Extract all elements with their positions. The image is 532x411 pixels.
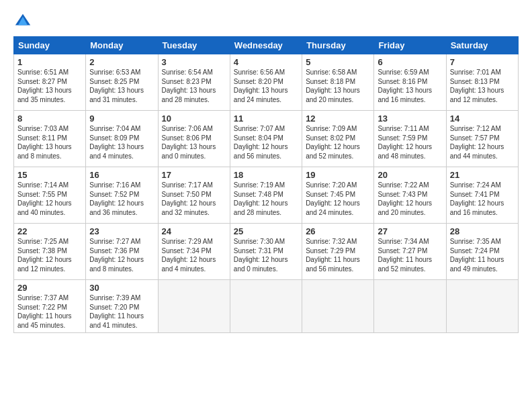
col-saturday: Saturday xyxy=(446,37,518,54)
calendar-cell: 3Sunrise: 6:54 AMSunset: 8:23 PMDaylight… xyxy=(158,54,230,111)
calendar-row: 29Sunrise: 7:37 AMSunset: 7:22 PMDayligh… xyxy=(14,280,519,333)
day-info: Sunrise: 6:54 AMSunset: 8:23 PMDaylight:… xyxy=(162,68,216,103)
calendar-cell xyxy=(158,280,230,333)
day-number: 28 xyxy=(450,226,515,236)
col-thursday: Thursday xyxy=(302,37,374,54)
calendar-cell: 7Sunrise: 7:01 AMSunset: 8:13 PMDaylight… xyxy=(446,54,518,111)
day-info: Sunrise: 6:56 AMSunset: 8:20 PMDaylight:… xyxy=(234,68,288,103)
day-number: 25 xyxy=(234,226,298,236)
day-info: Sunrise: 7:16 AMSunset: 7:52 PMDaylight:… xyxy=(89,181,144,216)
day-info: Sunrise: 6:51 AMSunset: 8:27 PMDaylight:… xyxy=(17,68,72,103)
day-info: Sunrise: 7:29 AMSunset: 7:34 PMDaylight:… xyxy=(162,238,216,273)
day-number: 21 xyxy=(450,170,515,180)
calendar-cell: 11Sunrise: 7:07 AMSunset: 8:04 PMDayligh… xyxy=(230,111,302,167)
col-monday: Monday xyxy=(86,37,158,54)
calendar: Sunday Monday Tuesday Wednesday Thursday… xyxy=(13,36,519,333)
day-number: 26 xyxy=(306,226,370,236)
day-info: Sunrise: 7:17 AMSunset: 7:50 PMDaylight:… xyxy=(162,181,216,216)
calendar-cell: 19Sunrise: 7:20 AMSunset: 7:45 PMDayligh… xyxy=(302,167,374,224)
col-friday: Friday xyxy=(374,37,446,54)
day-info: Sunrise: 6:58 AMSunset: 8:18 PMDaylight:… xyxy=(306,68,360,103)
calendar-cell: 5Sunrise: 6:58 AMSunset: 8:18 PMDaylight… xyxy=(302,54,374,111)
calendar-cell: 29Sunrise: 7:37 AMSunset: 7:22 PMDayligh… xyxy=(14,280,86,333)
day-info: Sunrise: 7:07 AMSunset: 8:04 PMDaylight:… xyxy=(234,125,288,160)
calendar-cell: 23Sunrise: 7:27 AMSunset: 7:36 PMDayligh… xyxy=(86,224,158,280)
col-tuesday: Tuesday xyxy=(158,37,230,54)
day-number: 23 xyxy=(89,226,154,236)
day-number: 17 xyxy=(162,170,226,180)
day-info: Sunrise: 7:01 AMSunset: 8:13 PMDaylight:… xyxy=(450,68,504,103)
header xyxy=(13,12,519,31)
calendar-cell: 6Sunrise: 6:59 AMSunset: 8:16 PMDaylight… xyxy=(374,54,446,111)
calendar-cell: 27Sunrise: 7:34 AMSunset: 7:27 PMDayligh… xyxy=(374,224,446,280)
day-info: Sunrise: 7:30 AMSunset: 7:31 PMDaylight:… xyxy=(234,238,288,273)
day-info: Sunrise: 7:12 AMSunset: 7:57 PMDaylight:… xyxy=(450,125,504,160)
calendar-cell: 21Sunrise: 7:24 AMSunset: 7:41 PMDayligh… xyxy=(446,167,518,224)
calendar-cell: 18Sunrise: 7:19 AMSunset: 7:48 PMDayligh… xyxy=(230,167,302,224)
day-number: 14 xyxy=(450,113,515,124)
day-number: 20 xyxy=(378,170,442,180)
day-number: 6 xyxy=(378,57,442,67)
day-number: 30 xyxy=(89,283,154,293)
logo xyxy=(13,12,35,31)
day-info: Sunrise: 7:22 AMSunset: 7:43 PMDaylight:… xyxy=(378,181,432,216)
calendar-cell xyxy=(374,280,446,333)
calendar-cell: 26Sunrise: 7:32 AMSunset: 7:29 PMDayligh… xyxy=(302,224,374,280)
day-number: 7 xyxy=(450,57,515,67)
calendar-cell: 16Sunrise: 7:16 AMSunset: 7:52 PMDayligh… xyxy=(86,167,158,224)
calendar-cell: 4Sunrise: 6:56 AMSunset: 8:20 PMDaylight… xyxy=(230,54,302,111)
calendar-row: 22Sunrise: 7:25 AMSunset: 7:38 PMDayligh… xyxy=(14,224,519,280)
calendar-cell: 20Sunrise: 7:22 AMSunset: 7:43 PMDayligh… xyxy=(374,167,446,224)
day-info: Sunrise: 7:11 AMSunset: 7:59 PMDaylight:… xyxy=(378,125,432,160)
calendar-cell: 14Sunrise: 7:12 AMSunset: 7:57 PMDayligh… xyxy=(446,111,518,167)
day-info: Sunrise: 7:03 AMSunset: 8:11 PMDaylight:… xyxy=(17,125,72,160)
col-sunday: Sunday xyxy=(14,37,86,54)
calendar-cell: 10Sunrise: 7:06 AMSunset: 8:06 PMDayligh… xyxy=(158,111,230,167)
day-number: 27 xyxy=(378,226,442,236)
calendar-header-row: Sunday Monday Tuesday Wednesday Thursday… xyxy=(14,37,519,54)
day-info: Sunrise: 7:09 AMSunset: 8:02 PMDaylight:… xyxy=(306,125,360,160)
calendar-cell: 22Sunrise: 7:25 AMSunset: 7:38 PMDayligh… xyxy=(14,224,86,280)
day-info: Sunrise: 7:32 AMSunset: 7:29 PMDaylight:… xyxy=(306,238,360,273)
day-number: 29 xyxy=(17,283,82,293)
day-number: 24 xyxy=(162,226,226,236)
day-info: Sunrise: 7:19 AMSunset: 7:48 PMDaylight:… xyxy=(234,181,288,216)
day-number: 18 xyxy=(234,170,298,180)
calendar-row: 15Sunrise: 7:14 AMSunset: 7:55 PMDayligh… xyxy=(14,167,519,224)
calendar-cell: 24Sunrise: 7:29 AMSunset: 7:34 PMDayligh… xyxy=(158,224,230,280)
day-info: Sunrise: 7:34 AMSunset: 7:27 PMDaylight:… xyxy=(378,238,432,273)
day-info: Sunrise: 7:39 AMSunset: 7:20 PMDaylight:… xyxy=(89,294,144,329)
col-wednesday: Wednesday xyxy=(230,37,302,54)
calendar-cell: 8Sunrise: 7:03 AMSunset: 8:11 PMDaylight… xyxy=(14,111,86,167)
day-number: 4 xyxy=(234,57,298,67)
calendar-cell: 30Sunrise: 7:39 AMSunset: 7:20 PMDayligh… xyxy=(86,280,158,333)
day-info: Sunrise: 7:24 AMSunset: 7:41 PMDaylight:… xyxy=(450,181,504,216)
calendar-cell: 1Sunrise: 6:51 AMSunset: 8:27 PMDaylight… xyxy=(14,54,86,111)
day-info: Sunrise: 6:59 AMSunset: 8:16 PMDaylight:… xyxy=(378,68,432,103)
calendar-cell: 25Sunrise: 7:30 AMSunset: 7:31 PMDayligh… xyxy=(230,224,302,280)
calendar-cell xyxy=(230,280,302,333)
day-number: 16 xyxy=(89,170,154,180)
calendar-row: 1Sunrise: 6:51 AMSunset: 8:27 PMDaylight… xyxy=(14,54,519,111)
day-number: 2 xyxy=(89,57,154,67)
calendar-cell: 15Sunrise: 7:14 AMSunset: 7:55 PMDayligh… xyxy=(14,167,86,224)
day-number: 15 xyxy=(17,170,82,180)
day-number: 9 xyxy=(89,113,154,124)
day-number: 12 xyxy=(306,113,370,124)
calendar-cell xyxy=(446,280,518,333)
day-info: Sunrise: 7:25 AMSunset: 7:38 PMDaylight:… xyxy=(17,238,72,273)
calendar-cell: 13Sunrise: 7:11 AMSunset: 7:59 PMDayligh… xyxy=(374,111,446,167)
calendar-cell: 12Sunrise: 7:09 AMSunset: 8:02 PMDayligh… xyxy=(302,111,374,167)
day-info: Sunrise: 7:06 AMSunset: 8:06 PMDaylight:… xyxy=(162,125,216,160)
day-info: Sunrise: 7:27 AMSunset: 7:36 PMDaylight:… xyxy=(89,238,144,273)
day-number: 5 xyxy=(306,57,370,67)
day-number: 1 xyxy=(17,57,82,67)
calendar-cell: 17Sunrise: 7:17 AMSunset: 7:50 PMDayligh… xyxy=(158,167,230,224)
day-info: Sunrise: 7:37 AMSunset: 7:22 PMDaylight:… xyxy=(17,294,72,329)
calendar-cell: 9Sunrise: 7:04 AMSunset: 8:09 PMDaylight… xyxy=(86,111,158,167)
calendar-cell: 2Sunrise: 6:53 AMSunset: 8:25 PMDaylight… xyxy=(86,54,158,111)
day-number: 22 xyxy=(17,226,82,236)
calendar-cell: 28Sunrise: 7:35 AMSunset: 7:24 PMDayligh… xyxy=(446,224,518,280)
day-number: 11 xyxy=(234,113,298,124)
logo-icon xyxy=(13,12,32,31)
